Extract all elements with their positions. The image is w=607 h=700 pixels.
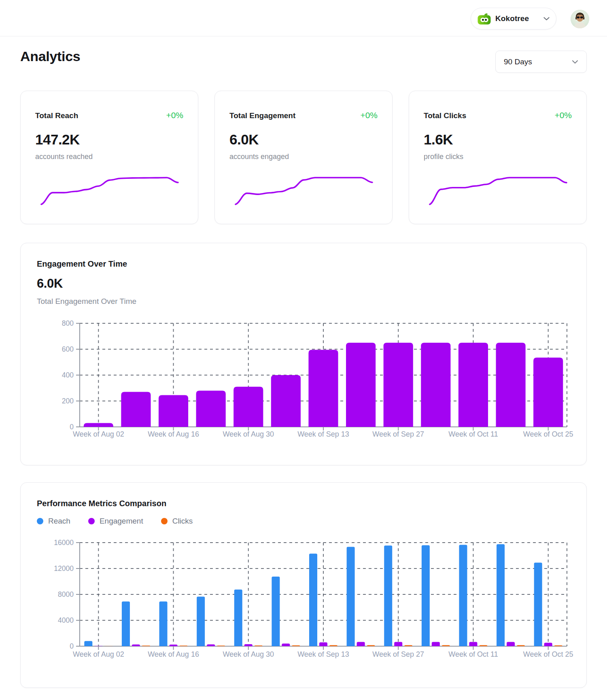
x-tick-label: Week of Sep 13 xyxy=(297,650,349,658)
bar xyxy=(421,343,450,427)
y-tick-label: 800 xyxy=(62,319,74,327)
bar xyxy=(292,645,300,646)
bar xyxy=(347,547,355,646)
sparkline-path xyxy=(430,178,567,204)
legend-item-engagement: Engagement xyxy=(88,517,143,526)
bar xyxy=(159,395,188,427)
bar xyxy=(159,602,168,646)
x-tick-label: Week of Oct 25 xyxy=(523,650,573,658)
x-tick-label: Week of Aug 02 xyxy=(73,650,124,658)
chart-subtitle: Total Engagement Over Time xyxy=(37,297,136,306)
legend-label: Clicks xyxy=(172,517,193,526)
y-tick-label: 0 xyxy=(70,642,74,650)
engagement-over-time-card: Engagement Over Time 6.0K Total Engageme… xyxy=(20,243,587,465)
x-tick-label: Week of Sep 27 xyxy=(372,430,424,438)
reach-legend-dot-icon xyxy=(37,518,43,524)
stat-value: 1.6K xyxy=(424,132,453,148)
x-tick-label: Week of Oct 25 xyxy=(523,430,573,438)
y-tick-label: 12000 xyxy=(54,564,74,573)
bar xyxy=(469,642,477,646)
user-avatar[interactable] xyxy=(571,10,589,28)
legend-item-clicks: Clicks xyxy=(161,517,193,526)
bar xyxy=(244,644,253,646)
chart-legend: Reach Engagement Clicks xyxy=(37,517,193,526)
x-tick-label: Week of Aug 16 xyxy=(148,430,199,438)
bar xyxy=(533,358,563,427)
x-tick-label: Week of Oct 11 xyxy=(448,650,498,658)
date-range-select[interactable]: 90 Days xyxy=(495,51,587,73)
bar xyxy=(272,577,280,646)
bar xyxy=(234,590,242,646)
stat-change-badge: +0% xyxy=(360,110,378,120)
bar xyxy=(346,343,376,427)
x-tick-label: Week of Sep 27 xyxy=(372,650,424,658)
chevron-down-icon xyxy=(543,17,550,21)
bar xyxy=(479,645,487,646)
engagement-legend-dot-icon xyxy=(88,518,95,524)
bar xyxy=(121,392,151,427)
sparkline-path xyxy=(236,178,372,204)
stat-label: Total Reach xyxy=(35,111,78,120)
bar xyxy=(180,645,188,646)
bar xyxy=(544,643,552,646)
bar xyxy=(507,642,515,646)
sparkline-path xyxy=(41,178,178,204)
x-tick-label: Week of Aug 02 xyxy=(73,430,124,438)
chart-total-value: 6.0K xyxy=(37,276,63,291)
date-range-value: 90 Days xyxy=(504,57,572,66)
bar xyxy=(442,645,450,646)
reach-sparkline xyxy=(40,170,180,207)
bar xyxy=(404,645,412,646)
bar xyxy=(458,343,488,427)
stat-card-total-reach: Total Reach +0% 147.2K accounts reached xyxy=(20,91,198,224)
stat-sublabel: accounts engaged xyxy=(229,153,289,161)
y-tick-label: 600 xyxy=(62,345,74,353)
stat-label: Total Clicks xyxy=(424,111,466,120)
stat-sublabel: accounts reached xyxy=(35,153,93,161)
stat-value: 147.2K xyxy=(35,132,80,148)
bar xyxy=(432,642,440,646)
y-tick-label: 8000 xyxy=(58,590,74,598)
bar xyxy=(357,642,365,646)
workspace-switcher[interactable]: Kokotree xyxy=(471,8,556,30)
bar xyxy=(217,645,225,646)
bar xyxy=(122,602,130,646)
y-tick-label: 16000 xyxy=(54,539,74,547)
bar xyxy=(534,563,542,646)
bar xyxy=(517,645,525,646)
bar xyxy=(196,390,226,427)
bar xyxy=(84,641,92,646)
chevron-down-icon xyxy=(572,60,578,64)
bar xyxy=(142,646,150,646)
bar xyxy=(329,645,337,646)
legend-item-reach: Reach xyxy=(37,517,70,526)
bar xyxy=(496,343,525,427)
legend-label: Engagement xyxy=(100,517,143,526)
engagement-bar-chart: 0200400600800Week of Aug 02Week of Aug 1… xyxy=(37,316,571,441)
stat-card-total-clicks: Total Clicks +0% 1.6K profile clicks xyxy=(409,91,587,224)
bar xyxy=(207,645,215,646)
stat-label: Total Engagement xyxy=(229,111,295,120)
y-tick-label: 200 xyxy=(62,397,74,405)
kokotree-logo-icon xyxy=(478,13,491,25)
bar xyxy=(233,387,263,427)
x-tick-label: Week of Oct 11 xyxy=(448,430,498,438)
bar xyxy=(271,375,301,427)
x-tick-label: Week of Aug 16 xyxy=(148,650,199,658)
performance-comparison-card: Performance Metrics Comparison Reach Eng… xyxy=(20,482,587,688)
comparison-bar-chart: 0400080001200016000Week of Aug 02Week of… xyxy=(37,537,571,665)
y-tick-label: 400 xyxy=(62,371,74,379)
stat-sublabel: profile clicks xyxy=(424,153,463,161)
engagement-sparkline xyxy=(234,170,374,207)
y-tick-label: 4000 xyxy=(58,616,74,624)
chart-title: Engagement Over Time xyxy=(37,259,127,269)
bar xyxy=(554,645,562,646)
bar xyxy=(367,645,375,646)
bar xyxy=(170,645,178,646)
stat-cards-row: Total Reach +0% 147.2K accounts reached … xyxy=(20,91,587,224)
bar xyxy=(309,554,317,646)
bar xyxy=(308,350,338,427)
bar xyxy=(282,644,290,646)
legend-label: Reach xyxy=(48,517,70,526)
bar xyxy=(459,545,467,646)
